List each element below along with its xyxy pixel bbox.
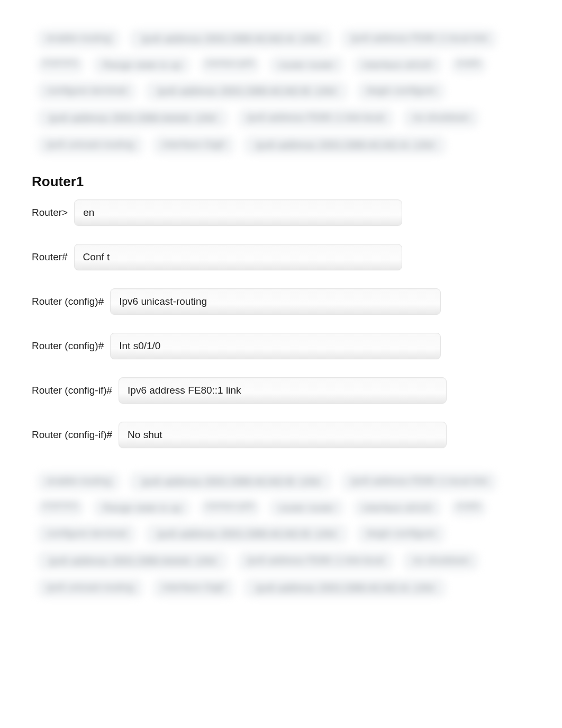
tag-pill[interactable]: interface g0/0 [200,56,260,74]
cli-input[interactable]: Int s0/1/0 [110,333,441,359]
cli-prompt: Router (config-if)# [32,385,112,396]
tag-pill[interactable]: enable-routing [37,472,120,492]
cli-input[interactable]: en [74,199,402,226]
tag-pill[interactable]: router router [269,56,344,74]
tag-pill[interactable]: Range state is up [93,56,191,74]
tag-pill[interactable]: configure terminal [37,81,136,101]
tag-pill[interactable]: ipv6 address FE80::1 link-local [238,551,394,571]
tag-pill[interactable]: enable [451,499,486,517]
prompt-row: Router (config-if)#No shut [32,422,530,448]
tag-pill[interactable]: ipv6 address 2001:DB8:ACAD:B::1/64 [146,524,348,544]
tag-pill[interactable]: ipv6 address 2001:DB8:AAAA::1/64 [37,551,228,571]
router-heading: Router1 [32,174,530,190]
tag-pill[interactable]: no shutdown [403,551,479,571]
tag-pill[interactable]: ipv6 unicast-routing [37,135,143,155]
cli-prompt: Router# [32,251,68,263]
config-rows: Router>enRouter#Conf tRouter (config)#Ip… [32,199,530,448]
tag-pill[interactable]: ipv6 unicast-routing [37,578,143,598]
cli-prompt: Router (config)# [32,340,104,352]
cli-input[interactable]: Ipv6 unicast-routing [110,288,441,315]
tag-pill[interactable]: ipv6 address FE80::1 link-local [238,108,394,128]
cli-input[interactable]: No shut [119,422,447,448]
cli-prompt: Router (config-if)# [32,429,112,441]
tag-pill[interactable]: ipv6 address 2001:DB8:ACAD:B::1/64 [130,472,332,492]
tag-pill[interactable]: ipv6 address 2001:DB8:ACAD:A::1/64 [244,135,446,155]
tag-pill[interactable]: begin configure [357,524,445,544]
tag-pill[interactable]: enable-routing [37,29,120,49]
tag-pill[interactable]: router router [269,499,344,517]
tag-pill[interactable]: begin configure [357,81,445,101]
tag-pill[interactable]: interface Gig0 [153,135,234,155]
tag-cloud-top: enable-routingipv6 address 2001:DB8:ACAD… [32,29,530,155]
tag-pill[interactable]: PORTIFO [37,499,84,517]
tag-pill[interactable]: interface s0/1/0 [353,56,441,74]
tag-pill[interactable]: enable [451,56,486,74]
prompt-row: Router (config)#Int s0/1/0 [32,333,530,359]
tag-pill[interactable]: ipv6 address FE80::1 local link [341,472,497,492]
tag-pill[interactable]: interface Gig0 [153,578,234,598]
tag-pill[interactable]: Range state is up [93,499,191,517]
tag-pill[interactable]: interface g0/0 [200,499,260,517]
cli-prompt: Router> [32,207,68,219]
tag-pill[interactable]: PORTIFO [37,56,84,74]
tag-pill[interactable]: interface s0/1/0 [353,499,441,517]
prompt-row: Router (config-if)#Ipv6 address FE80::1 … [32,377,530,404]
prompt-row: Router>en [32,199,530,226]
tag-pill[interactable]: ipv6 address 2001:DB8:ACAD:A::1/64 [244,578,446,598]
cli-input[interactable]: Ipv6 address FE80::1 link [119,377,447,404]
tag-pill[interactable]: ipv6 address 2001:DB8:ACAD:B::1/64 [146,81,348,101]
tag-pill[interactable]: no shutdown [403,108,479,128]
tag-pill[interactable]: ipv6 address 2001:DB8:AAAA::1/64 [37,108,228,128]
tag-pill[interactable]: ipv6 address 2001:DB8:ACAD:A::1/64 [130,29,332,49]
tag-cloud-bottom: enable-routingipv6 address 2001:DB8:ACAD… [32,472,530,598]
cli-input[interactable]: Conf t [74,244,402,270]
prompt-row: Router (config)#Ipv6 unicast-routing [32,288,530,315]
tag-pill[interactable]: configure terminal [37,524,136,544]
cli-prompt: Router (config)# [32,296,104,307]
prompt-row: Router#Conf t [32,244,530,270]
tag-pill[interactable]: ipv6 address FE80::1 local link [341,29,497,49]
